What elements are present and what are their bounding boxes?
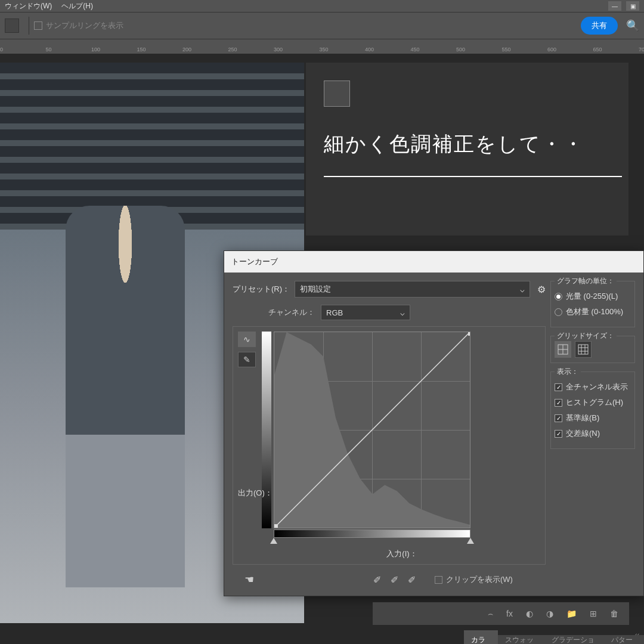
link-icon[interactable]: ⌢ (488, 609, 493, 619)
gear-icon[interactable]: ⚙ (537, 284, 546, 295)
minimize-icon[interactable]: — (608, 1, 621, 11)
ruler-tick: 700 (639, 47, 644, 52)
menu-window[interactable]: ウィンドウ(W) (5, 1, 52, 11)
search-icon[interactable]: 🔍 (626, 19, 639, 32)
ruler-tick: 0 (0, 47, 3, 52)
svg-rect-3 (468, 332, 470, 336)
document-area: 0501001502002503003504004505005506006507… (0, 39, 644, 644)
tool-dropdown[interactable] (5, 18, 19, 33)
svg-rect-7 (578, 345, 588, 354)
fx-icon[interactable]: fx (506, 609, 513, 618)
ruler-tick: 300 (274, 47, 283, 52)
curve-graph[interactable] (274, 332, 470, 528)
curves-dialog: トーンカーブ プリセット(R)： 初期設定 ⌵ ⚙ チャンネル： R (224, 250, 644, 596)
eyedropper-black-icon[interactable]: ✐ (373, 574, 381, 586)
folder-icon[interactable]: 📁 (566, 609, 577, 618)
axis-unit-group: グラフ軸の単位： 光量 (0-255)(L) 色材量 (0-100%) (550, 281, 635, 327)
layout-icon[interactable]: ▣ (626, 1, 639, 11)
tab-pattern[interactable]: パターン (604, 630, 644, 644)
grid-coarse-button[interactable] (555, 341, 571, 358)
ruler-tick: 550 (502, 47, 511, 52)
ruler-tick: 50 (46, 47, 52, 52)
ruler-tick: 500 (456, 47, 465, 52)
lbl-baseline: 基準線(B) (566, 413, 599, 423)
dialog-titlebar[interactable]: トーンカーブ (224, 251, 643, 273)
ruler-tick: 400 (365, 47, 374, 52)
grid-size-legend: グリッドサイズ： (555, 331, 617, 341)
curve-editor: ∿ ✎ (233, 326, 546, 565)
preset-value: 初期設定 (300, 284, 331, 295)
ruler-tick: 450 (411, 47, 420, 52)
black-point-slider[interactable] (270, 538, 277, 544)
ruler-tick: 350 (320, 47, 329, 52)
ruler-horizontal: 0501001502002503003504004505005506006507… (0, 39, 644, 54)
chk-baseline[interactable] (555, 414, 562, 422)
curve-line (274, 332, 470, 528)
adjustment-icon[interactable]: ◑ (546, 609, 553, 618)
ruler-tick: 250 (228, 47, 237, 52)
output-label: 出力(O)： (238, 488, 273, 499)
axis-pigment-label: 色材量 (0-100%) (566, 306, 623, 317)
menubar: ウィンドウ(W) ヘルプ(H) — ▣ (0, 0, 644, 12)
overlay-swatch (324, 80, 350, 107)
axis-light-label: 光量 (0-255)(L) (566, 291, 618, 302)
tab-gradient[interactable]: グラデーション (544, 630, 604, 644)
ruler-tick: 650 (593, 47, 602, 52)
channel-label: チャンネル： (268, 307, 315, 318)
display-group: 表示： 全チャンネル表示 ヒストグラム(H) 基準線(B) 交差線(N) (550, 371, 635, 449)
color-panel: カラー スウォッチ グラデーション パターン (464, 635, 644, 644)
overlay-divider (324, 176, 622, 177)
svg-rect-2 (274, 524, 278, 528)
separator (29, 17, 29, 35)
ruler-tick: 100 (91, 47, 100, 52)
ruler-tick: 600 (547, 47, 556, 52)
sampling-checkbox[interactable] (34, 21, 42, 30)
trash-icon[interactable]: 🗑 (610, 609, 618, 618)
curve-point-tool[interactable]: ∿ (238, 332, 256, 347)
layers-panel-footer: ⌢ fx ◐ ◑ 📁 ⊞ 🗑 (373, 602, 629, 625)
input-label: 入力(I)： (333, 549, 470, 559)
lbl-intersect: 交差線(N) (566, 428, 600, 439)
axis-unit-legend: グラフ軸の単位： (555, 276, 617, 286)
share-button[interactable]: 共有 (581, 17, 618, 35)
eyedropper-gray-icon[interactable]: ✐ (391, 574, 398, 586)
curve-pencil-tool[interactable]: ✎ (238, 352, 256, 367)
channel-value: RGB (326, 308, 343, 317)
lbl-all-channels: 全チャンネル表示 (566, 382, 628, 392)
display-legend: 表示： (555, 367, 581, 377)
target-adjust-icon[interactable]: ☚ (244, 573, 254, 586)
lbl-histogram: ヒストグラム(H) (566, 397, 623, 408)
input-gradient (274, 530, 470, 538)
ruler-tick: 200 (182, 47, 191, 52)
chevron-down-icon: ⌵ (400, 308, 405, 317)
white-point-slider[interactable] (467, 538, 474, 544)
color-tabs: カラー スウォッチ グラデーション パターン (464, 635, 644, 644)
grid-size-group: グリッドサイズ： (550, 336, 635, 363)
channel-select[interactable]: RGB ⌵ (321, 305, 410, 320)
axis-pigment-radio[interactable] (555, 308, 562, 316)
eyedropper-white-icon[interactable]: ✐ (408, 574, 416, 586)
clip-label: クリップを表示(W) (446, 574, 513, 585)
new-layer-icon[interactable]: ⊞ (590, 609, 597, 618)
svg-line-1 (274, 332, 470, 528)
overlay-caption-panel: 細かく色調補正をして・・ (306, 63, 628, 236)
tab-swatch[interactable]: スウォッチ (498, 630, 544, 644)
tab-color[interactable]: カラー (464, 630, 498, 644)
chk-intersect[interactable] (555, 430, 562, 438)
chk-histogram[interactable] (555, 399, 562, 407)
axis-light-radio[interactable] (555, 293, 562, 301)
clip-checkbox[interactable] (435, 576, 442, 584)
overlay-title: 細かく色調補正をして・・ (324, 131, 611, 158)
ruler-tick: 150 (137, 47, 146, 52)
menu-help[interactable]: ヘルプ(H) (61, 1, 93, 11)
grid-fine-button[interactable] (575, 341, 592, 358)
chevron-down-icon: ⌵ (520, 285, 525, 294)
sampling-label: サンプルリングを表示 (46, 20, 123, 31)
options-toolbar: サンプルリングを表示 共有 🔍 (0, 12, 644, 39)
chk-all-channels[interactable] (555, 383, 562, 391)
output-gradient (262, 332, 271, 528)
mask-icon[interactable]: ◐ (526, 609, 533, 618)
preset-label: プリセット(R)： (233, 284, 290, 295)
preset-select[interactable]: 初期設定 ⌵ (295, 281, 530, 298)
